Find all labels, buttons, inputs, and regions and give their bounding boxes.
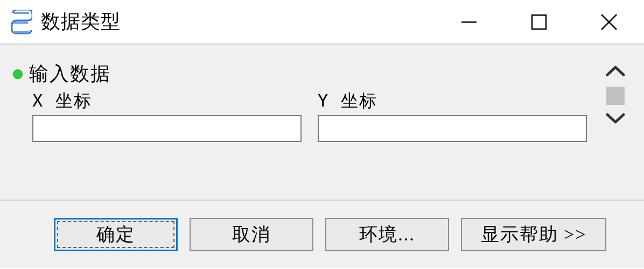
environment-button[interactable]: 环境... — [325, 218, 449, 251]
scroll-up-icon[interactable] — [605, 64, 626, 80]
ok-button[interactable]: 确定 — [54, 218, 178, 251]
y-coord-label: Y 坐标 — [318, 89, 587, 113]
content-area: 输入数据 X 坐标 Y 坐标 — [0, 44, 644, 200]
maximize-button[interactable] — [504, 0, 574, 44]
x-coord-input[interactable] — [32, 115, 302, 142]
svg-rect-0 — [14, 12, 29, 14]
section-heading: 输入数据 — [29, 61, 111, 87]
svg-rect-2 — [14, 31, 29, 33]
svg-rect-4 — [532, 15, 546, 29]
main-content: 输入数据 X 坐标 Y 坐标 — [12, 61, 602, 189]
titlebar: 数据类型 — [0, 0, 644, 44]
svg-rect-1 — [13, 22, 28, 24]
show-help-button[interactable]: 显示帮助 >> — [461, 218, 606, 251]
x-coord-label: X 坐标 — [32, 89, 302, 113]
scroll-down-icon[interactable] — [605, 111, 626, 128]
button-bar: 确定 取消 环境... 显示帮助 >> — [0, 200, 644, 268]
scrollbar — [602, 61, 629, 189]
y-coord-group: Y 坐标 — [318, 89, 587, 142]
cancel-button[interactable]: 取消 — [190, 218, 313, 251]
x-coord-group: X 坐标 — [32, 89, 302, 142]
section-header: 输入数据 — [12, 61, 602, 87]
window-controls — [434, 0, 644, 44]
bullet-icon — [13, 69, 23, 79]
y-coord-input[interactable] — [318, 115, 587, 142]
close-button[interactable] — [574, 0, 644, 44]
scroll-thumb[interactable] — [606, 87, 625, 105]
window-title: 数据类型 — [41, 9, 434, 35]
app-icon — [10, 9, 33, 35]
minimize-button[interactable] — [434, 0, 504, 44]
fields-row: X 坐标 Y 坐标 — [12, 89, 602, 142]
